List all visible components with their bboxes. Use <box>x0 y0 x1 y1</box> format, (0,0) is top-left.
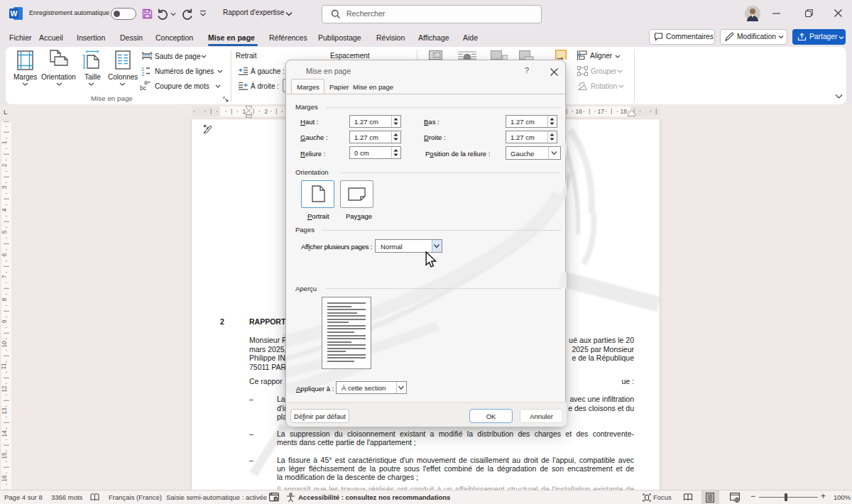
svg-text:6: 6 <box>275 497 277 501</box>
svg-text:bc: bc <box>140 84 147 92</box>
svg-text:2: 2 <box>141 71 144 76</box>
svg-text:W: W <box>11 9 18 18</box>
